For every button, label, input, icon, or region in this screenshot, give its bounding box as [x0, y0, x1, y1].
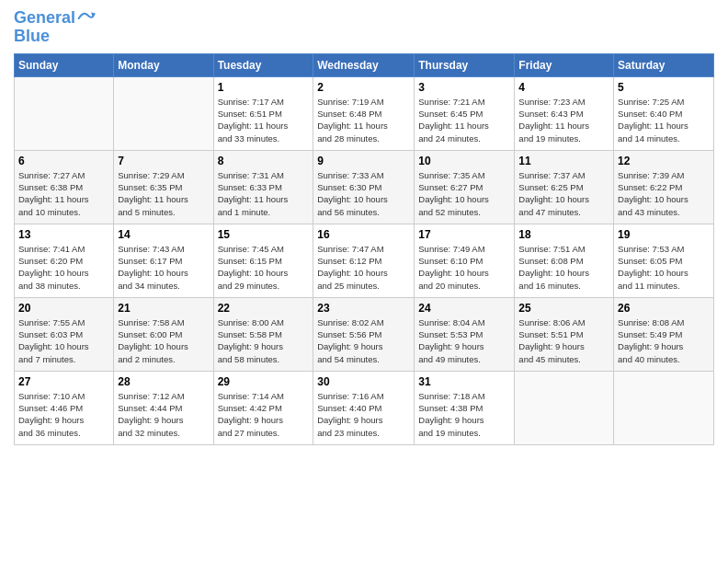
day-info: Sunrise: 7:12 AM Sunset: 4:44 PM Dayligh… [118, 390, 209, 439]
day-number: 20 [18, 302, 109, 315]
day-cell: 11Sunrise: 7:37 AM Sunset: 6:25 PM Dayli… [515, 150, 614, 224]
day-number: 6 [18, 155, 109, 167]
day-number: 5 [618, 81, 710, 94]
day-info: Sunrise: 7:35 AM Sunset: 6:27 PM Dayligh… [418, 169, 510, 218]
day-number: 3 [418, 81, 510, 94]
day-cell: 2Sunrise: 7:19 AM Sunset: 6:48 PM Daylig… [313, 76, 415, 150]
logo-blue: Blue [14, 28, 50, 46]
day-cell: 24Sunrise: 8:04 AM Sunset: 5:53 PM Dayli… [415, 297, 515, 371]
day-cell: 18Sunrise: 7:51 AM Sunset: 6:08 PM Dayli… [515, 224, 614, 297]
day-info: Sunrise: 7:16 AM Sunset: 4:40 PM Dayligh… [317, 390, 410, 439]
day-cell: 28Sunrise: 7:12 AM Sunset: 4:44 PM Dayli… [114, 371, 213, 444]
week-row-3: 13Sunrise: 7:41 AM Sunset: 6:20 PM Dayli… [15, 224, 714, 297]
day-info: Sunrise: 7:10 AM Sunset: 4:46 PM Dayligh… [18, 390, 109, 439]
day-number: 11 [518, 155, 609, 167]
day-number: 17 [418, 228, 510, 241]
day-number: 9 [317, 155, 410, 167]
day-number: 12 [618, 155, 710, 167]
day-info: Sunrise: 7:29 AM Sunset: 6:35 PM Dayligh… [118, 169, 209, 218]
day-info: Sunrise: 7:14 AM Sunset: 4:42 PM Dayligh… [218, 390, 310, 439]
day-cell: 7Sunrise: 7:29 AM Sunset: 6:35 PM Daylig… [114, 150, 213, 224]
day-info: Sunrise: 7:47 AM Sunset: 6:12 PM Dayligh… [317, 243, 410, 292]
day-cell: 8Sunrise: 7:31 AM Sunset: 6:33 PM Daylig… [213, 150, 313, 224]
calendar-container: General Blue SundayMondayTuesdayWednesda… [0, 0, 728, 454]
day-cell: 9Sunrise: 7:33 AM Sunset: 6:30 PM Daylig… [313, 150, 415, 224]
day-number: 31 [418, 375, 510, 388]
day-number: 10 [418, 155, 510, 167]
calendar-header: General Blue [14, 9, 714, 46]
day-cell: 1Sunrise: 7:17 AM Sunset: 6:51 PM Daylig… [213, 76, 313, 150]
week-row-2: 6Sunrise: 7:27 AM Sunset: 6:38 PM Daylig… [15, 150, 714, 224]
week-row-4: 20Sunrise: 7:55 AM Sunset: 6:03 PM Dayli… [15, 297, 714, 371]
day-number: 7 [118, 155, 209, 167]
day-cell: 21Sunrise: 7:58 AM Sunset: 6:00 PM Dayli… [114, 297, 213, 371]
day-info: Sunrise: 7:37 AM Sunset: 6:25 PM Dayligh… [518, 169, 609, 218]
day-cell: 27Sunrise: 7:10 AM Sunset: 4:46 PM Dayli… [15, 371, 114, 444]
day-number: 29 [218, 375, 310, 388]
day-cell: 12Sunrise: 7:39 AM Sunset: 6:22 PM Dayli… [614, 150, 714, 224]
day-info: Sunrise: 7:41 AM Sunset: 6:20 PM Dayligh… [18, 243, 109, 292]
day-info: Sunrise: 7:51 AM Sunset: 6:08 PM Dayligh… [518, 243, 609, 292]
day-info: Sunrise: 7:18 AM Sunset: 4:38 PM Dayligh… [418, 390, 510, 439]
day-number: 30 [317, 375, 410, 388]
logo-text: General [14, 9, 75, 28]
day-cell: 3Sunrise: 7:21 AM Sunset: 6:45 PM Daylig… [415, 76, 515, 150]
day-cell: 6Sunrise: 7:27 AM Sunset: 6:38 PM Daylig… [15, 150, 114, 224]
weekday-header-wednesday: Wednesday [313, 53, 415, 76]
day-info: Sunrise: 7:55 AM Sunset: 6:03 PM Dayligh… [18, 316, 109, 365]
day-cell: 4Sunrise: 7:23 AM Sunset: 6:43 PM Daylig… [515, 76, 614, 150]
day-number: 14 [118, 228, 209, 241]
day-number: 22 [218, 302, 310, 315]
day-number: 2 [317, 81, 410, 94]
calendar-thead: SundayMondayTuesdayWednesdayThursdayFrid… [15, 53, 714, 76]
week-row-1: 1Sunrise: 7:17 AM Sunset: 6:51 PM Daylig… [15, 76, 714, 150]
weekday-header-sunday: Sunday [15, 53, 114, 76]
day-number: 21 [118, 302, 209, 315]
day-info: Sunrise: 8:08 AM Sunset: 5:49 PM Dayligh… [618, 316, 710, 365]
day-number: 19 [618, 228, 710, 241]
day-cell: 30Sunrise: 7:16 AM Sunset: 4:40 PM Dayli… [313, 371, 415, 444]
day-info: Sunrise: 7:31 AM Sunset: 6:33 PM Dayligh… [218, 169, 310, 218]
day-info: Sunrise: 7:19 AM Sunset: 6:48 PM Dayligh… [317, 96, 410, 144]
day-cell: 14Sunrise: 7:43 AM Sunset: 6:17 PM Dayli… [114, 224, 213, 297]
day-cell: 25Sunrise: 8:06 AM Sunset: 5:51 PM Dayli… [515, 297, 614, 371]
day-info: Sunrise: 8:00 AM Sunset: 5:58 PM Dayligh… [218, 316, 310, 365]
weekday-header-tuesday: Tuesday [213, 53, 313, 76]
day-cell [515, 371, 614, 444]
day-info: Sunrise: 7:45 AM Sunset: 6:15 PM Dayligh… [218, 243, 310, 292]
day-cell: 31Sunrise: 7:18 AM Sunset: 4:38 PM Dayli… [415, 371, 515, 444]
day-info: Sunrise: 7:21 AM Sunset: 6:45 PM Dayligh… [418, 96, 510, 144]
day-number: 15 [218, 228, 310, 241]
calendar-tbody: 1Sunrise: 7:17 AM Sunset: 6:51 PM Daylig… [15, 76, 714, 444]
day-cell: 5Sunrise: 7:25 AM Sunset: 6:40 PM Daylig… [614, 76, 714, 150]
day-cell: 17Sunrise: 7:49 AM Sunset: 6:10 PM Dayli… [415, 224, 515, 297]
logo-icon [77, 9, 96, 28]
day-number: 4 [518, 81, 609, 94]
day-cell: 29Sunrise: 7:14 AM Sunset: 4:42 PM Dayli… [213, 371, 313, 444]
weekday-row: SundayMondayTuesdayWednesdayThursdayFrid… [15, 53, 714, 76]
day-number: 25 [518, 302, 609, 315]
day-cell: 20Sunrise: 7:55 AM Sunset: 6:03 PM Dayli… [15, 297, 114, 371]
day-info: Sunrise: 7:49 AM Sunset: 6:10 PM Dayligh… [418, 243, 510, 292]
day-number: 26 [618, 302, 710, 315]
day-cell: 22Sunrise: 8:00 AM Sunset: 5:58 PM Dayli… [213, 297, 313, 371]
day-cell: 26Sunrise: 8:08 AM Sunset: 5:49 PM Dayli… [614, 297, 714, 371]
day-cell [15, 76, 114, 150]
day-info: Sunrise: 7:17 AM Sunset: 6:51 PM Dayligh… [218, 96, 310, 144]
day-info: Sunrise: 8:02 AM Sunset: 5:56 PM Dayligh… [317, 316, 410, 365]
day-cell: 10Sunrise: 7:35 AM Sunset: 6:27 PM Dayli… [415, 150, 515, 224]
day-number: 8 [218, 155, 310, 167]
day-info: Sunrise: 7:33 AM Sunset: 6:30 PM Dayligh… [317, 169, 410, 218]
day-number: 28 [118, 375, 209, 388]
day-info: Sunrise: 7:25 AM Sunset: 6:40 PM Dayligh… [618, 96, 710, 144]
day-info: Sunrise: 7:27 AM Sunset: 6:38 PM Dayligh… [18, 169, 109, 218]
day-number: 27 [18, 375, 109, 388]
day-info: Sunrise: 8:06 AM Sunset: 5:51 PM Dayligh… [518, 316, 609, 365]
day-number: 13 [18, 228, 109, 241]
weekday-header-friday: Friday [515, 53, 614, 76]
day-number: 24 [418, 302, 510, 315]
calendar-table: SundayMondayTuesdayWednesdayThursdayFrid… [14, 53, 714, 445]
day-number: 18 [518, 228, 609, 241]
day-info: Sunrise: 7:58 AM Sunset: 6:00 PM Dayligh… [118, 316, 209, 365]
day-info: Sunrise: 7:43 AM Sunset: 6:17 PM Dayligh… [118, 243, 209, 292]
